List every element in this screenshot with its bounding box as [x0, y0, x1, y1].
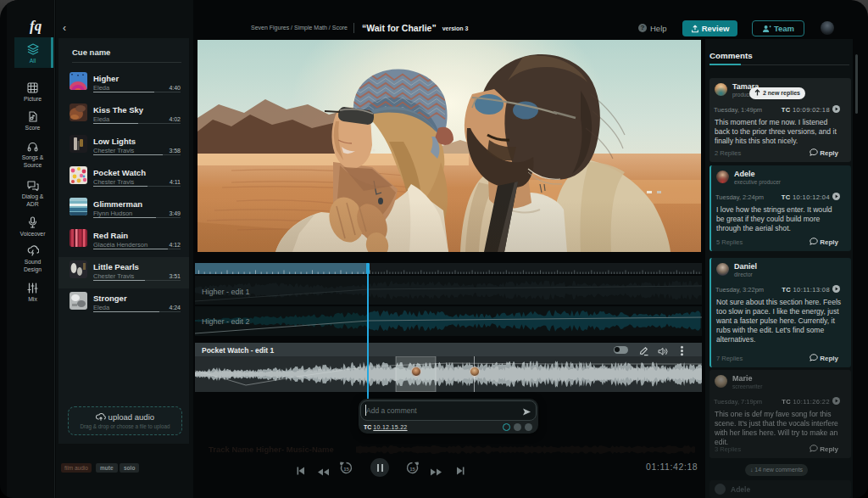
svg-text:15: 15 — [343, 467, 349, 472]
svg-text:15: 15 — [409, 467, 415, 472]
